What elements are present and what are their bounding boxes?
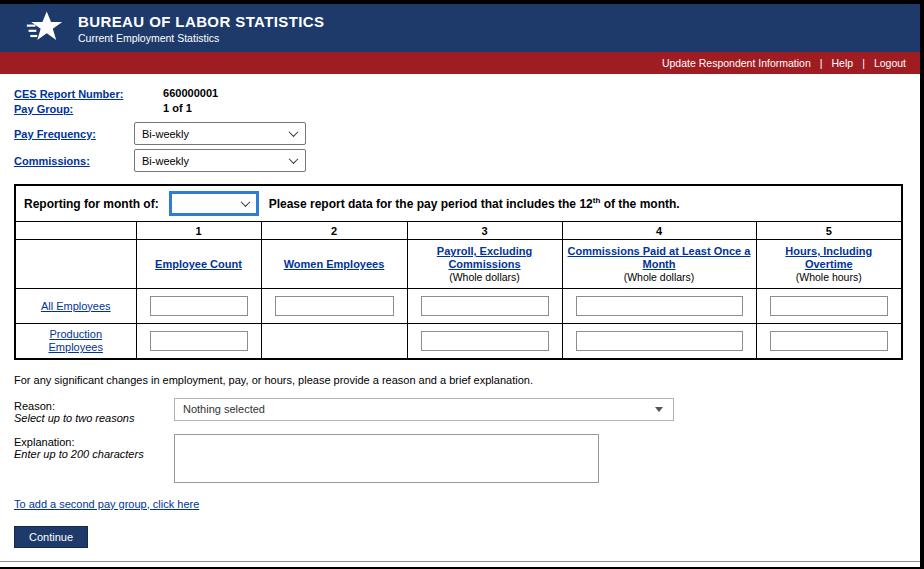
reason-label: Reason: [14, 400, 174, 412]
input-all-employees-commissions[interactable] [576, 296, 743, 316]
production-employees-link[interactable]: Production Employees [36, 328, 116, 354]
input-production-employees-payroll[interactable] [421, 331, 549, 351]
site-subtitle: Current Employment Statistics [78, 32, 325, 44]
commissions-select[interactable]: Bi-weekly [134, 149, 306, 172]
hours-including-overtime-link[interactable]: Hours, Including Overtime [761, 245, 898, 271]
commissions-paid-link[interactable]: Commissions Paid at Least Once a Month [567, 245, 752, 271]
top-nav-bar: Update Respondent Information | Help | L… [0, 52, 924, 74]
empty-cell [261, 324, 407, 359]
pay-frequency-link[interactable]: Pay Frequency: [14, 127, 134, 141]
reason-hint: Select up to two reasons [14, 412, 174, 424]
caret-down-icon [655, 407, 663, 412]
column-header-commissions-paid: Commissions Paid at Least Once a Month (… [562, 240, 756, 289]
bls-logo-star-icon [26, 9, 64, 47]
changes-instruction-text: For any significant changes in employmen… [14, 374, 924, 386]
add-second-pay-group-link[interactable]: To add a second pay group, click here [14, 498, 199, 510]
chevron-down-icon [289, 154, 299, 164]
reason-selected-value: Nothing selected [183, 403, 265, 415]
nav-logout-link[interactable]: Logout [874, 57, 906, 69]
masthead: BUREAU OF LABOR STATISTICS Current Emplo… [0, 4, 924, 52]
input-production-employees-employee-count[interactable] [150, 331, 248, 351]
column-header-employee-count: Employee Count [136, 240, 261, 289]
all-employees-link[interactable]: All Employees [41, 300, 111, 313]
row-label-cell: All Employees [15, 289, 136, 324]
window-frame-right [920, 0, 924, 569]
nav-update-respondent-link[interactable]: Update Respondent Information [662, 57, 811, 69]
pay-frequency-selected-value: Bi-weekly [142, 127, 189, 141]
nav-help-link[interactable]: Help [832, 57, 854, 69]
continue-button[interactable]: Continue [14, 526, 88, 548]
column-subtext: (Whole dollars) [567, 271, 752, 283]
header-empty-cell [15, 240, 136, 289]
ces-report-page: BUREAU OF LABOR STATISTICS Current Emplo… [0, 0, 924, 569]
explanation-hint: Enter up to 200 characters [14, 448, 174, 460]
nav-separator: | [820, 57, 823, 69]
pay-group-value: 1 of 1 [163, 102, 192, 114]
column-header-women-employees: Women Employees [261, 240, 407, 289]
input-all-employees-employee-count[interactable] [150, 296, 248, 316]
input-production-employees-commissions[interactable] [576, 331, 743, 351]
pay-group-link[interactable]: Pay Group: [14, 102, 134, 116]
explanation-textarea[interactable] [174, 434, 599, 483]
input-all-employees-women-employees[interactable] [275, 296, 394, 316]
column-number-1: 1 [136, 222, 261, 240]
column-number-3: 3 [407, 222, 562, 240]
column-number-2: 2 [261, 222, 407, 240]
site-title: BUREAU OF LABOR STATISTICS [78, 13, 325, 30]
input-all-employees-hours[interactable] [770, 296, 889, 316]
report-data-table: Reporting for month of: Please report da… [14, 184, 903, 360]
column-header-hours: Hours, Including Overtime (Whole hours) [756, 240, 902, 289]
reporting-note: Please report data for the pay period th… [269, 196, 680, 211]
reason-multiselect[interactable]: Nothing selected [174, 398, 674, 421]
reporting-month-label: Reporting for month of: [24, 197, 159, 211]
payroll-excluding-commissions-link[interactable]: Payroll, Excluding Commissions [412, 245, 558, 271]
commissions-link[interactable]: Commissions: [14, 154, 134, 168]
row-label-cell: Production Employees [15, 324, 136, 359]
explanation-row: Explanation: Enter up to 200 characters [14, 434, 924, 483]
reporting-month-row: Reporting for month of: Please report da… [15, 185, 902, 222]
report-info-section: CES Report Number: 660000001 Pay Group: … [0, 74, 924, 172]
reporting-month-select[interactable] [169, 191, 259, 216]
column-header-payroll: Payroll, Excluding Commissions (Whole do… [407, 240, 562, 289]
column-number-5: 5 [756, 222, 902, 240]
input-production-employees-hours[interactable] [770, 331, 889, 351]
nav-separator: | [862, 57, 865, 69]
explanation-label: Explanation: [14, 436, 174, 448]
input-all-employees-payroll[interactable] [421, 296, 549, 316]
pay-frequency-select[interactable]: Bi-weekly [134, 122, 306, 145]
chevron-down-icon [289, 127, 299, 137]
column-number-4: 4 [562, 222, 756, 240]
column-subtext: (Whole hours) [761, 271, 898, 283]
column-subtext: (Whole dollars) [412, 271, 558, 283]
reason-row: Reason: Select up to two reasons Nothing… [14, 398, 924, 424]
commissions-selected-value: Bi-weekly [142, 154, 189, 168]
women-employees-link[interactable]: Women Employees [284, 258, 385, 271]
corner-cell [15, 222, 136, 240]
window-frame-top [0, 0, 924, 4]
employee-count-link[interactable]: Employee Count [155, 258, 242, 271]
chevron-down-icon [240, 197, 250, 207]
ces-report-number-link[interactable]: CES Report Number: [14, 87, 134, 101]
ces-report-number-value: 660000001 [163, 87, 218, 99]
